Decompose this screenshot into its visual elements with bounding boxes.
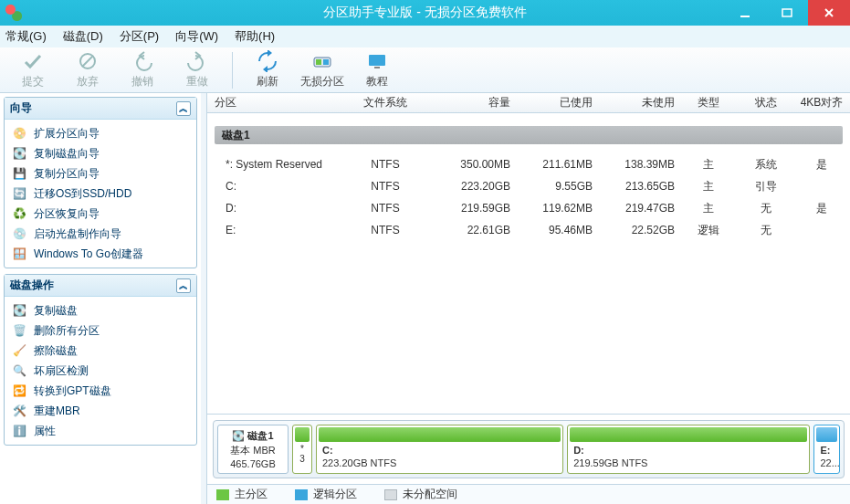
cell-part: D: — [207, 202, 344, 215]
tb-redo-label: 重做 — [186, 74, 208, 89]
col-free[interactable]: 未使用 — [596, 95, 678, 110]
op-rebuild-mbr[interactable]: 🛠️重建MBR — [5, 401, 196, 421]
op-label: 坏扇区检测 — [34, 363, 89, 379]
wiz-copy-disk[interactable]: 💽复制磁盘向导 — [5, 143, 196, 163]
wiz-copy-part[interactable]: 💾复制分区向导 — [5, 163, 196, 184]
legend: 主分区 逻辑分区 未分配空间 — [207, 484, 850, 504]
delete-icon: 🗑️ — [12, 323, 26, 338]
wiz-extend[interactable]: 📀扩展分区向导 — [5, 123, 196, 143]
legend-label: 主分区 — [235, 488, 268, 500]
mbr-icon: 🛠️ — [12, 404, 26, 418]
svg-line-5 — [82, 56, 93, 67]
op-bad-sector[interactable]: 🔍坏扇区检测 — [5, 361, 196, 381]
cell-free: 219.47GB — [596, 202, 678, 215]
tb-refresh[interactable]: 刷新 — [240, 48, 295, 92]
panel-wizard-head[interactable]: 向导 ︽ — [5, 98, 196, 120]
app-icon — [5, 5, 22, 21]
cell-type: 主 — [678, 201, 739, 216]
table-row[interactable]: E: NTFS 22.61GB 95.46MB 22.52GB 逻辑 无 — [207, 219, 850, 241]
panel-wizard: 向导 ︽ 📀扩展分区向导 💽复制磁盘向导 💾复制分区向导 🔄迁移OS到SSD/H… — [4, 97, 197, 268]
cell-free: 213.65GB — [596, 180, 678, 193]
cell-status: 系统 — [739, 157, 793, 173]
disk-map-part-label: * — [293, 444, 311, 454]
disk-icon: 💽 — [232, 430, 245, 442]
tb-lossless-label: 无损分区 — [300, 74, 344, 89]
cell-cap: 350.00MB — [426, 158, 514, 171]
table-row[interactable]: *: System Reserved NTFS 350.00MB 211.61M… — [207, 153, 850, 175]
op-properties[interactable]: ℹ️属性 — [5, 421, 196, 441]
op-label: 复制磁盘 — [34, 303, 78, 319]
table-row[interactable]: D: NTFS 219.59GB 119.62MB 219.47GB 主 无 是 — [207, 197, 850, 219]
toolbar-separator — [232, 52, 233, 89]
op-copy-disk[interactable]: 💽复制磁盘 — [5, 300, 196, 320]
tb-tutorial[interactable]: 教程 — [350, 48, 404, 92]
cell-used: 119.62MB — [514, 202, 596, 215]
migrate-icon: 🔄 — [12, 186, 26, 201]
op-label: 擦除磁盘 — [34, 343, 78, 359]
menu-general[interactable]: 常规(G) — [5, 28, 47, 45]
cell-cap: 219.59GB — [426, 202, 514, 215]
tb-lossless[interactable]: 无损分区 — [295, 48, 350, 92]
wiz-bootcd[interactable]: 💿启动光盘制作向导 — [5, 224, 196, 244]
panel-wizard-title: 向导 — [10, 100, 32, 116]
right-pane: 分区 文件系统 容量 已使用 未使用 类型 状态 4KB对齐 磁盘1 *: Sy… — [206, 93, 850, 504]
cell-type: 主 — [678, 179, 739, 194]
close-button[interactable] — [808, 0, 850, 26]
tb-undo[interactable]: 撤销 — [115, 48, 170, 92]
cell-used: 211.61MB — [514, 158, 596, 171]
disk-map-part-d[interactable]: D: 219.59GB NTFS — [567, 425, 810, 474]
disk-map-disk[interactable]: 💽磁盘1 基本 MBR 465.76GB — [217, 425, 289, 474]
panel-diskops: 磁盘操作 ︽ 💽复制磁盘 🗑️删除所有分区 🧹擦除磁盘 🔍坏扇区检测 🔁转换到G… — [4, 274, 197, 446]
menu-help[interactable]: 帮助(H) — [235, 28, 275, 45]
tutorial-icon — [366, 50, 388, 72]
col-status[interactable]: 状态 — [739, 95, 793, 110]
minimize-button[interactable] — [724, 0, 766, 26]
cell-free: 22.52GB — [596, 224, 678, 236]
collapse-icon[interactable]: ︽ — [176, 101, 191, 116]
swatch-unalloc-icon — [384, 489, 397, 500]
menu-wizard[interactable]: 向导(W) — [175, 28, 218, 45]
collapse-icon[interactable]: ︽ — [176, 278, 191, 293]
cell-fs: NTFS — [344, 202, 426, 215]
menu-disk[interactable]: 磁盘(D) — [63, 28, 103, 45]
disk-group-header[interactable]: 磁盘1 — [215, 126, 843, 144]
part-copy-icon: 💾 — [12, 166, 26, 181]
menu-partition[interactable]: 分区(P) — [120, 28, 159, 45]
tb-discard[interactable]: 放弃 — [60, 48, 115, 92]
col-type[interactable]: 类型 — [678, 95, 739, 110]
op-convert-gpt[interactable]: 🔁转换到GPT磁盘 — [5, 381, 196, 401]
disk-map-part-reserved[interactable]: * 3 — [292, 425, 312, 474]
col-fs[interactable]: 文件系统 — [344, 95, 426, 110]
wiz-migrate-os[interactable]: 🔄迁移OS到SSD/HDD — [5, 184, 196, 204]
maximize-button[interactable] — [766, 0, 808, 26]
svg-rect-1 — [782, 9, 792, 16]
wiz-label: Windows To Go创建器 — [34, 247, 143, 262]
cd-icon: 💿 — [12, 226, 26, 241]
tb-refresh-label: 刷新 — [257, 74, 278, 89]
col-align[interactable]: 4KB对齐 — [793, 95, 850, 110]
disk-map: 💽磁盘1 基本 MBR 465.76GB * 3 C: 223.20GB NTF… — [213, 420, 845, 478]
col-capacity[interactable]: 容量 — [426, 95, 514, 110]
op-delete-all[interactable]: 🗑️删除所有分区 — [5, 320, 196, 341]
diskops-list: 💽复制磁盘 🗑️删除所有分区 🧹擦除磁盘 🔍坏扇区检测 🔁转换到GPT磁盘 🛠️… — [5, 297, 196, 445]
disk-map-part-c[interactable]: C: 223.20GB NTFS — [316, 425, 563, 474]
wiz-recover[interactable]: ♻️分区恢复向导 — [5, 204, 196, 224]
recover-icon: ♻️ — [12, 206, 26, 221]
op-wipe-disk[interactable]: 🧹擦除磁盘 — [5, 341, 196, 361]
wizard-list: 📀扩展分区向导 💽复制磁盘向导 💾复制分区向导 🔄迁移OS到SSD/HDD ♻️… — [5, 120, 196, 268]
legend-primary: 主分区 — [216, 487, 268, 502]
wiz-wintogo[interactable]: 🪟Windows To Go创建器 — [5, 244, 196, 264]
disk-map-part-e[interactable]: E: 22.... — [813, 425, 840, 474]
disk-map-part-label: D: — [573, 445, 584, 456]
cell-used: 9.55GB — [514, 180, 596, 193]
scan-icon: 🔍 — [12, 363, 26, 378]
col-used[interactable]: 已使用 — [514, 95, 596, 110]
tb-commit[interactable]: 提交 — [5, 48, 60, 92]
table-row[interactable]: C: NTFS 223.20GB 9.55GB 213.65GB 主 引导 — [207, 175, 850, 197]
col-partition[interactable]: 分区 — [207, 95, 344, 110]
cell-used: 95.46MB — [514, 224, 596, 236]
disk-map-part-sub: 219.59GB NTFS — [568, 457, 809, 469]
panel-diskops-head[interactable]: 磁盘操作 ︽ — [5, 275, 196, 297]
wiz-label: 复制磁盘向导 — [34, 146, 100, 162]
tb-redo[interactable]: 重做 — [170, 48, 225, 92]
